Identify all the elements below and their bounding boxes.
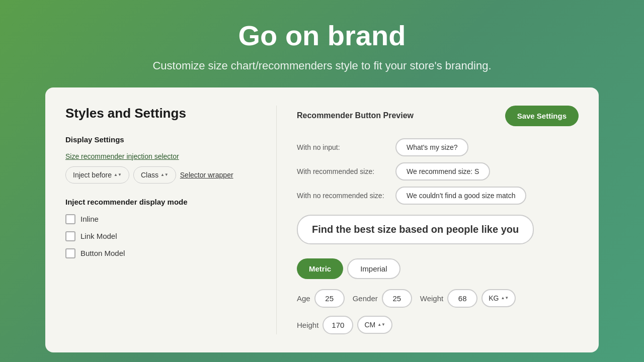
injection-selector-link[interactable]: Size recommender injection selector — [65, 152, 179, 160]
age-input[interactable]: 25 — [314, 289, 345, 308]
class-select[interactable]: Class ▲▼ — [133, 166, 176, 184]
preview-row-no-input: With no input: What's my size? — [297, 138, 579, 156]
preview-label: Recommender Button Preview — [297, 111, 414, 120]
right-panel: Recommender Button Preview Save Settings… — [277, 106, 579, 334]
preview-row-no-recommended: With no recommended size: We couldn't fi… — [297, 187, 579, 205]
checkbox-button-model-box[interactable] — [65, 248, 75, 258]
checkbox-link-model-label: Link Model — [80, 232, 117, 240]
display-mode-label: Inject recommender display mode — [65, 198, 256, 206]
inject-before-arrows: ▲▼ — [114, 173, 122, 177]
height-label: Height — [297, 321, 318, 329]
checkbox-inline-label: Inline — [80, 215, 99, 223]
weight-unit-arrows: ▲▼ — [501, 296, 509, 300]
main-card: Styles and Settings Display Settings Siz… — [45, 87, 599, 352]
class-arrows: ▲▼ — [160, 173, 169, 177]
gender-group: Gender 25 — [353, 289, 412, 308]
hero-section: Go on brand Customize size chart/recomme… — [152, 20, 491, 72]
recommended-size-label: With recommended size: — [297, 167, 387, 175]
no-match-button[interactable]: We couldn't find a good size match — [395, 187, 526, 205]
weight-input[interactable]: 68 — [447, 289, 477, 308]
save-settings-button[interactable]: Save Settings — [505, 106, 579, 126]
checkbox-link-model[interactable]: Link Model — [65, 231, 256, 241]
left-panel: Styles and Settings Display Settings Siz… — [65, 106, 277, 334]
hero-title: Go on brand — [152, 20, 491, 51]
height-input[interactable]: 170 — [323, 316, 353, 334]
metric-button[interactable]: Metric — [297, 258, 343, 279]
recommend-size-button[interactable]: We recommend size: S — [395, 162, 490, 180]
inject-row: Inject before ▲▼ Class ▲▼ Selector wrapp… — [65, 166, 256, 184]
selector-wrapper-text[interactable]: Selector wrapper — [180, 171, 233, 179]
weight-unit-label: KG — [489, 294, 499, 302]
age-label: Age — [297, 294, 310, 303]
unit-toggle: Metric Imperial — [297, 258, 579, 279]
gender-input[interactable]: 25 — [382, 289, 412, 308]
checkbox-button-model[interactable]: Button Model — [65, 248, 256, 258]
no-input-label: With no input: — [297, 143, 387, 151]
measurements-row: Age 25 Gender 25 Weight 68 KG ▲▼ Height … — [297, 289, 579, 334]
weight-group: Weight 68 KG ▲▼ — [420, 289, 516, 308]
display-settings-label: Display Settings — [65, 135, 256, 144]
hero-subtitle: Customize size chart/recommenders style … — [152, 59, 491, 72]
inject-before-select[interactable]: Inject before ▲▼ — [65, 166, 129, 184]
age-group: Age 25 — [297, 289, 345, 308]
preview-row-recommended: With recommended size: We recommend size… — [297, 162, 579, 180]
checkbox-button-model-label: Button Model — [80, 249, 125, 257]
height-unit-label: CM — [364, 321, 375, 329]
no-recommended-label: With no recommended size: — [297, 192, 387, 200]
weight-unit-select[interactable]: KG ▲▼ — [481, 289, 516, 307]
gender-label: Gender — [353, 294, 378, 303]
find-size-box: Find the best size based on people like … — [297, 215, 534, 244]
inject-before-label: Inject before — [73, 171, 112, 179]
whats-my-size-button[interactable]: What's my size? — [395, 138, 468, 156]
imperial-button[interactable]: Imperial — [347, 258, 400, 279]
checkbox-link-model-box[interactable] — [65, 231, 75, 241]
checkbox-inline-box[interactable] — [65, 214, 75, 224]
card-title: Styles and Settings — [65, 106, 256, 121]
weight-label: Weight — [420, 294, 443, 303]
checkbox-inline[interactable]: Inline — [65, 214, 256, 224]
height-unit-select[interactable]: CM ▲▼ — [357, 316, 392, 334]
height-group: Height 170 CM ▲▼ — [297, 316, 392, 334]
height-unit-arrows: ▲▼ — [377, 323, 385, 327]
class-label: Class — [141, 171, 158, 179]
right-header: Recommender Button Preview Save Settings — [297, 106, 579, 126]
